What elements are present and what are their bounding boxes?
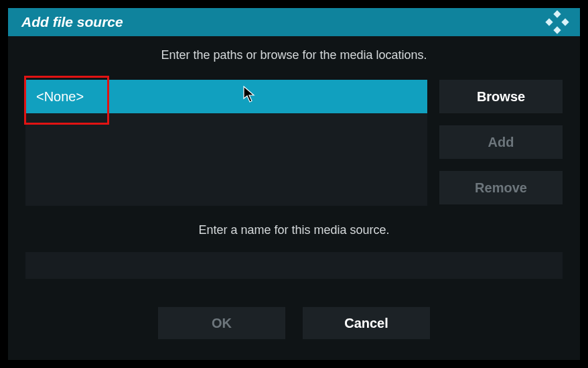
paths-instruction: Enter the paths or browse for the media …	[25, 48, 563, 62]
svg-rect-3	[553, 26, 561, 34]
kodi-logo-icon	[545, 10, 569, 34]
ok-button[interactable]: OK	[158, 307, 285, 339]
browse-button[interactable]: Browse	[439, 80, 563, 113]
cancel-button[interactable]: Cancel	[303, 307, 430, 339]
paths-area: <None> Browse Add Remove	[25, 80, 563, 206]
svg-rect-0	[553, 10, 561, 17]
name-instruction: Enter a name for this media source.	[25, 223, 563, 237]
path-list[interactable]: <None>	[25, 80, 427, 206]
dialog-titlebar: Add file source	[8, 8, 580, 36]
remove-button[interactable]: Remove	[439, 171, 563, 204]
dialog-title: Add file source	[21, 14, 123, 30]
dialog-content: Enter the paths or browse for the media …	[8, 36, 580, 339]
path-value: <None>	[36, 89, 84, 105]
svg-rect-1	[545, 18, 553, 25]
svg-rect-2	[561, 18, 569, 25]
dialog-footer: OK Cancel	[25, 307, 563, 339]
source-name-input[interactable]	[25, 252, 563, 279]
side-buttons: Browse Add Remove	[439, 80, 563, 206]
path-row-selected[interactable]: <None>	[25, 80, 427, 113]
add-button[interactable]: Add	[439, 125, 563, 159]
add-file-source-dialog: Add file source Enter the paths or brows…	[8, 8, 580, 360]
